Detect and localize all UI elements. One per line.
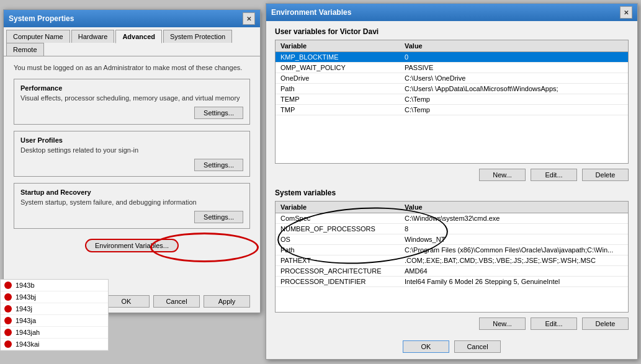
env-content: User variables for Victor Davi Variable … bbox=[266, 21, 637, 344]
system-var-row[interactable]: OSWindows_NT bbox=[276, 234, 628, 245]
env-cancel-button[interactable]: Cancel bbox=[454, 340, 501, 353]
taskbar-icon bbox=[4, 317, 12, 324]
user-var-value: C:\Users\ \AppData\Local\Microsoft\Windo… bbox=[400, 84, 628, 94]
user-edit-button[interactable]: Edit... bbox=[531, 169, 577, 181]
user-var-variable: Path bbox=[276, 84, 400, 94]
env-ok-button[interactable]: OK bbox=[403, 340, 449, 353]
system-properties-window: System Properties ✕ Computer Name Hardwa… bbox=[3, 9, 261, 313]
cancel-button[interactable]: Cancel bbox=[153, 295, 200, 308]
taskbar-items-list: 1943b1943bj1943j1943ja1943jah1943kai bbox=[0, 279, 109, 351]
user-new-button[interactable]: New... bbox=[479, 169, 526, 181]
system-vars-table: Variable Value ComSpecC:\Windows\system3… bbox=[276, 202, 628, 287]
system-properties-tabs: Computer Name Hardware Advanced System P… bbox=[4, 27, 260, 56]
environment-variables-button[interactable]: Environment Variables... bbox=[85, 239, 179, 252]
user-var-value: C:\Users\ \OneDrive bbox=[400, 73, 628, 84]
user-profiles-settings-button[interactable]: Settings... bbox=[194, 159, 243, 171]
system-var-row[interactable]: PathC:\Program Files (x86)\Common Files\… bbox=[276, 245, 628, 255]
user-var-row[interactable]: OneDriveC:\Users\ \OneDrive bbox=[276, 73, 628, 84]
performance-desc: Visual effects, processor scheduling, me… bbox=[20, 94, 243, 102]
performance-section: Performance Visual effects, processor sc… bbox=[14, 79, 250, 125]
user-vars-table-container[interactable]: Variable Value KMP_BLOCKTIME0OMP_WAIT_PO… bbox=[275, 40, 629, 164]
user-col-variable: Variable bbox=[276, 40, 400, 52]
user-profiles-title: User Profiles bbox=[20, 136, 243, 144]
system-vars-table-container[interactable]: Variable Value ComSpecC:\Windows\system3… bbox=[275, 201, 629, 313]
system-vars-section-title: System variables bbox=[275, 189, 629, 197]
sys-var-variable: NUMBER_OF_PROCESSORS bbox=[276, 224, 400, 234]
taskbar-icon bbox=[4, 340, 12, 348]
taskbar-item[interactable]: 1943jah bbox=[1, 327, 108, 339]
system-var-row[interactable]: ComSpecC:\Windows\system32\cmd.exe bbox=[276, 213, 628, 224]
sys-var-value: AMD64 bbox=[400, 266, 628, 277]
taskbar-item-label: 1943j bbox=[16, 305, 32, 313]
user-profiles-desc: Desktop settings related to your sign-in bbox=[20, 146, 243, 154]
taskbar-item[interactable]: 1943j bbox=[1, 303, 108, 315]
close-button[interactable]: ✕ bbox=[243, 12, 255, 25]
env-vars-title-bar: Environment Variables ✕ bbox=[266, 4, 637, 21]
user-vars-table: Variable Value KMP_BLOCKTIME0OMP_WAIT_PO… bbox=[276, 40, 628, 115]
taskbar-item-label: 1943kai bbox=[16, 340, 40, 348]
admin-note: You must be logged on as an Administrato… bbox=[14, 64, 250, 71]
taskbar-icon bbox=[4, 305, 12, 313]
tab-hardware[interactable]: Hardware bbox=[71, 30, 115, 43]
taskbar-item-label: 1943jah bbox=[16, 329, 40, 336]
system-var-row[interactable]: PROCESSOR_ARCHITECTUREAMD64 bbox=[276, 266, 628, 277]
sys-var-value: C:\Windows\system32\cmd.exe bbox=[400, 213, 628, 224]
user-var-value: PASSIVE bbox=[400, 63, 628, 73]
taskbar-item[interactable]: 1943kai bbox=[1, 339, 108, 350]
env-close-button[interactable]: ✕ bbox=[620, 6, 632, 19]
taskbar-item-label: 1943ja bbox=[16, 317, 36, 324]
taskbar-item-label: 1943b bbox=[16, 282, 35, 289]
startup-recovery-desc: System startup, system failure, and debu… bbox=[20, 198, 243, 206]
sys-col-value: Value bbox=[400, 202, 628, 213]
tab-computer-name[interactable]: Computer Name bbox=[6, 30, 70, 43]
taskbar-item[interactable]: 1943b bbox=[1, 280, 108, 291]
taskbar-item-label: 1943bj bbox=[16, 293, 36, 301]
user-var-row[interactable]: TMPC:\Temp bbox=[276, 105, 628, 115]
user-var-variable: KMP_BLOCKTIME bbox=[276, 52, 400, 63]
user-vars-buttons: New... Edit... Delete bbox=[275, 169, 629, 181]
user-var-variable: TEMP bbox=[276, 94, 400, 105]
user-var-row[interactable]: PathC:\Users\ \AppData\Local\Microsoft\W… bbox=[276, 84, 628, 94]
sys-var-value: C:\Program Files (x86)\Common Files\Orac… bbox=[400, 245, 628, 255]
ok-button[interactable]: OK bbox=[103, 295, 150, 308]
sys-delete-button[interactable]: Delete bbox=[582, 317, 629, 330]
taskbar-icon bbox=[4, 329, 12, 336]
user-var-variable: TMP bbox=[276, 105, 400, 115]
user-var-value: 0 bbox=[400, 52, 628, 63]
title-bar-buttons: ✕ bbox=[243, 12, 255, 25]
taskbar-item[interactable]: 1943ja bbox=[1, 315, 108, 327]
tab-system-protection[interactable]: System Protection bbox=[163, 30, 232, 43]
sys-var-variable: Path bbox=[276, 245, 400, 255]
sys-var-variable: PROCESSOR_IDENTIFIER bbox=[276, 277, 400, 287]
user-profiles-section: User Profiles Desktop settings related t… bbox=[14, 131, 250, 177]
user-var-variable: OMP_WAIT_POLICY bbox=[276, 63, 400, 73]
apply-button[interactable]: Apply bbox=[204, 295, 250, 308]
system-var-row[interactable]: PROCESSOR_IDENTIFIERIntel64 Family 6 Mod… bbox=[276, 277, 628, 287]
system-properties-title-bar: System Properties ✕ bbox=[4, 10, 260, 27]
startup-recovery-section: Startup and Recovery System startup, sys… bbox=[14, 183, 250, 229]
sys-new-button[interactable]: New... bbox=[479, 317, 526, 330]
user-var-row[interactable]: KMP_BLOCKTIME0 bbox=[276, 52, 628, 63]
user-col-value: Value bbox=[400, 40, 628, 52]
sys-col-variable: Variable bbox=[276, 202, 400, 213]
performance-settings-button[interactable]: Settings... bbox=[194, 107, 243, 119]
system-var-row[interactable]: PATHEXT.COM;.EXE;.BAT;.CMD;.VBS;.VBE;.JS… bbox=[276, 255, 628, 266]
user-var-value: C:\Temp bbox=[400, 94, 628, 105]
sys-edit-button[interactable]: Edit... bbox=[531, 317, 577, 330]
tab-remote[interactable]: Remote bbox=[6, 43, 44, 56]
performance-title: Performance bbox=[20, 84, 243, 92]
sys-var-value: .COM;.EXE;.BAT;.CMD;.VBS;.VBE;.JS;.JSE;.… bbox=[400, 255, 628, 266]
user-var-row[interactable]: TEMPC:\Temp bbox=[276, 94, 628, 105]
taskbar-item[interactable]: 1943bj bbox=[1, 291, 108, 303]
user-delete-button[interactable]: Delete bbox=[582, 169, 629, 181]
tab-advanced[interactable]: Advanced bbox=[115, 30, 162, 43]
taskbar-icon bbox=[4, 282, 12, 289]
system-vars-buttons: New... Edit... Delete bbox=[275, 317, 629, 330]
startup-recovery-settings-button[interactable]: Settings... bbox=[194, 211, 243, 223]
system-var-row[interactable]: NUMBER_OF_PROCESSORS8 bbox=[276, 224, 628, 234]
env-vars-title: Environment Variables bbox=[271, 8, 351, 17]
sys-var-variable: PROCESSOR_ARCHITECTURE bbox=[276, 266, 400, 277]
user-var-row[interactable]: OMP_WAIT_POLICYPASSIVE bbox=[276, 63, 628, 73]
sys-var-variable: OS bbox=[276, 234, 400, 245]
user-var-variable: OneDrive bbox=[276, 73, 400, 84]
